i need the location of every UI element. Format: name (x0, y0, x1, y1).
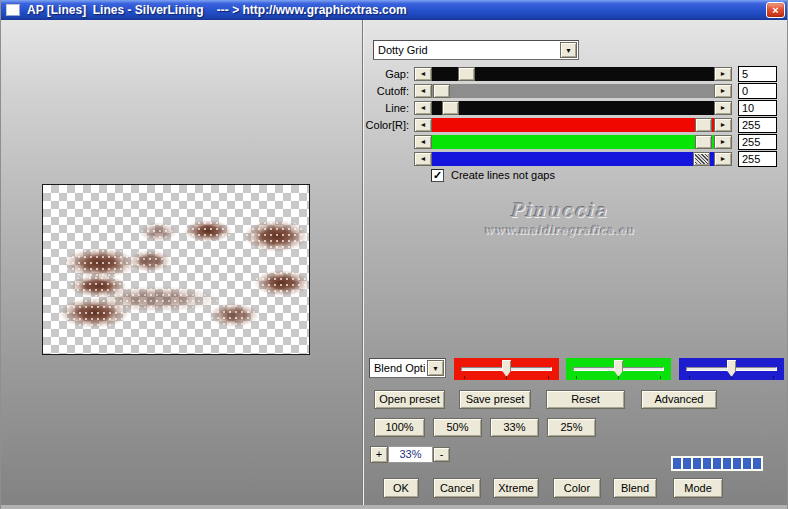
reset-button[interactable]: Reset (546, 390, 625, 409)
left-arrow-icon[interactable]: ◄ (414, 118, 432, 132)
left-arrow-icon[interactable]: ◄ (414, 152, 432, 166)
color-green-slider-thumb[interactable] (695, 135, 712, 149)
progress-segment (733, 458, 741, 469)
blend-options-dropdown-value: Blend Optio (374, 362, 425, 374)
color-button[interactable]: Color (553, 478, 601, 498)
progress-segment (713, 458, 721, 469)
preview-blob (94, 286, 219, 312)
progress-segment (693, 458, 701, 469)
trackbar-tick (731, 376, 732, 379)
preview-blob (254, 270, 310, 296)
red-channel-trackbar[interactable] (454, 358, 559, 380)
app-icon (6, 4, 20, 16)
create-lines-checkbox[interactable]: ✓ (431, 169, 444, 182)
cutoff-value-field[interactable]: 0 (738, 83, 777, 99)
preview-blob (244, 220, 308, 252)
progress-segment (753, 458, 761, 469)
close-icon[interactable]: × (766, 2, 785, 18)
trackbar-tick (506, 376, 507, 379)
open-preset-button[interactable]: Open preset (374, 390, 445, 409)
blue-trackbar-thumb[interactable] (727, 360, 736, 377)
blend-options-dropdown[interactable]: Blend Optio ▼ (369, 358, 446, 378)
color-green-value-field[interactable]: 255 (738, 134, 777, 150)
plugin-dialog-window: AP [Lines] Lines - SilverLining --- > ht… (0, 0, 788, 509)
green-channel-trackbar[interactable] (566, 358, 671, 380)
color-blue-slider[interactable] (432, 152, 714, 166)
blue-channel-trackbar[interactable] (679, 358, 784, 380)
watermark: Pinuccia www.maidiregrafica.eu (364, 199, 754, 237)
watermark-title: Pinuccia (364, 199, 754, 221)
zoom-50-button[interactable]: 50% (433, 418, 482, 437)
preview-blob (129, 250, 171, 272)
color-blue-slider-thumb[interactable] (693, 152, 710, 166)
xtreme-button[interactable]: Xtreme (493, 478, 539, 498)
zoom-33-button[interactable]: 33% (490, 418, 539, 437)
progress-segment (723, 458, 731, 469)
color-red-value-field[interactable]: 255 (738, 117, 777, 133)
mode-button[interactable]: Mode (673, 478, 723, 498)
zoom-decrease-button[interactable]: - (433, 447, 450, 462)
left-arrow-icon[interactable]: ◄ (414, 135, 432, 149)
preview-blob (64, 248, 136, 278)
progress-segment (743, 458, 751, 469)
chevron-down-icon[interactable]: ▼ (560, 42, 577, 58)
trackbar-tick (618, 376, 619, 379)
preset-dropdown-value: Dotty Grid (378, 44, 558, 56)
window-title: AP [Lines] Lines - SilverLining --- > ht… (27, 0, 407, 20)
window-bottom-edge (1, 505, 788, 509)
preview-blob (139, 222, 177, 242)
zoom-100-button[interactable]: 100% (374, 418, 425, 437)
trackbar-tick (660, 376, 661, 379)
trackbar-tick (576, 376, 577, 379)
left-arrow-icon[interactable]: ◄ (414, 67, 432, 81)
slider-label-cutoff: Cutoff: (329, 84, 409, 98)
gap-slider-thumb[interactable] (458, 67, 475, 81)
ok-button[interactable]: OK (383, 478, 419, 498)
right-arrow-icon[interactable]: ► (714, 84, 732, 98)
right-arrow-icon[interactable]: ► (714, 67, 732, 81)
slider-label-color-r: Color[R]: (329, 118, 409, 132)
color-red-slider[interactable] (432, 118, 714, 132)
progress-segment (703, 458, 711, 469)
trackbar-tick (548, 376, 549, 379)
cancel-button[interactable]: Cancel (433, 478, 481, 498)
line-value-field[interactable]: 10 (738, 100, 777, 116)
slider-label-line: Line: (329, 101, 409, 115)
preview-blob (184, 220, 232, 242)
progress-bar (670, 455, 764, 472)
red-trackbar-thumb[interactable] (502, 360, 511, 377)
preset-dropdown[interactable]: Dotty Grid ▼ (373, 40, 579, 60)
zoom-level-value: 33% (388, 446, 433, 463)
color-red-slider-thumb[interactable] (695, 118, 712, 132)
advanced-button[interactable]: Advanced (641, 390, 717, 409)
title-bar: AP [Lines] Lines - SilverLining --- > ht… (1, 0, 788, 20)
gap-slider[interactable] (432, 67, 714, 81)
preview-blob (209, 303, 259, 327)
left-arrow-icon[interactable]: ◄ (414, 101, 432, 115)
trackbar-tick (773, 376, 774, 379)
trackbar-tick (464, 376, 465, 379)
progress-segment (673, 458, 681, 469)
left-arrow-icon[interactable]: ◄ (414, 84, 432, 98)
create-lines-checkbox-label: Create lines not gaps (451, 169, 555, 181)
right-arrow-icon[interactable]: ► (714, 101, 732, 115)
watermark-subtitle: www.maidiregrafica.eu (364, 224, 754, 237)
zoom-increase-button[interactable]: + (370, 446, 388, 463)
right-arrow-icon[interactable]: ► (714, 152, 732, 166)
color-green-slider[interactable] (432, 135, 714, 149)
green-trackbar-thumb[interactable] (614, 360, 623, 377)
cutoff-slider[interactable] (432, 84, 714, 98)
cutoff-slider-thumb[interactable] (433, 84, 450, 98)
right-arrow-icon[interactable]: ► (714, 135, 732, 149)
line-slider-thumb[interactable] (442, 101, 459, 115)
gap-value-field[interactable]: 5 (738, 66, 777, 82)
chevron-down-icon[interactable]: ▼ (427, 360, 444, 376)
blend-button[interactable]: Blend (613, 478, 657, 498)
slider-label-gap: Gap: (329, 67, 409, 81)
right-arrow-icon[interactable]: ► (714, 118, 732, 132)
save-preset-button[interactable]: Save preset (459, 390, 531, 409)
trackbar-tick (689, 376, 690, 379)
color-blue-value-field[interactable]: 255 (738, 151, 777, 167)
line-slider[interactable] (432, 101, 714, 115)
zoom-25-button[interactable]: 25% (547, 418, 596, 437)
